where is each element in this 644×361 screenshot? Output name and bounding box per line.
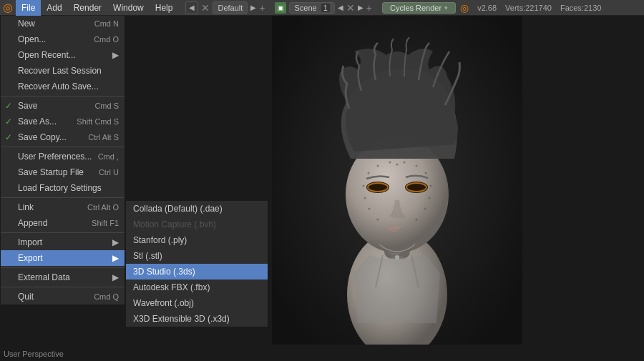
menu-recover-last[interactable]: Recover Last Session <box>1 63 125 79</box>
menu-user-prefs[interactable]: User Preferences... Cmd , <box>1 149 125 164</box>
separator-5 <box>1 267 125 268</box>
menu-link[interactable]: Link Ctrl Alt O <box>1 199 125 215</box>
svg-point-15 <box>396 164 399 166</box>
layout-name[interactable]: Default <box>213 1 248 14</box>
file-dropdown-menu: New Cmd N Open... Cmd O Open Recent... ▶… <box>0 16 125 305</box>
svg-point-21 <box>430 185 432 187</box>
character-model <box>272 16 522 345</box>
menu-save-startup[interactable]: Save Startup File Ctrl U <box>1 164 125 180</box>
svg-point-26 <box>377 219 379 221</box>
svg-point-19 <box>425 172 427 174</box>
svg-point-13 <box>377 165 379 167</box>
blender-logo-icon: ◎ <box>3 1 13 14</box>
menu-load-factory[interactable]: Load Factory Settings <box>1 180 125 196</box>
svg-point-16 <box>404 162 406 164</box>
svg-point-17 <box>416 165 418 167</box>
layout-plus-icon[interactable]: + <box>259 2 265 14</box>
menu-save[interactable]: ✓ Save Cmd S <box>1 98 125 114</box>
menu-recover-auto[interactable]: Recover Auto Save... <box>1 79 125 94</box>
separator-4 <box>1 232 125 233</box>
face-count: Faces:2130 <box>560 4 601 12</box>
svg-point-8 <box>371 184 384 190</box>
svg-point-18 <box>368 172 370 174</box>
arrow-right-icon-import: ▶ <box>112 237 119 247</box>
menu-window[interactable]: Window <box>107 0 150 16</box>
svg-point-23 <box>429 197 431 199</box>
separator-3 <box>1 197 125 198</box>
export-fbx[interactable]: Autodesk FBX (.fbx) <box>126 280 268 295</box>
menu-import[interactable]: Import ▶ <box>1 234 125 250</box>
scene-switcher-next[interactable]: ▶ <box>358 4 364 11</box>
scene-cross-icon[interactable]: ✕ <box>346 2 355 14</box>
svg-point-27 <box>416 219 418 221</box>
export-motion-capture: Motion Capture (.bvh) <box>126 217 268 232</box>
export-stl[interactable]: Stl (.stl) <box>126 248 268 264</box>
arrow-right-icon-extdata: ▶ <box>112 272 119 282</box>
vertex-count: Verts:221740 <box>505 4 552 12</box>
menubar: ◎ File Add Render Window Help ◀ ✕ Defaul… <box>0 0 644 16</box>
export-obj[interactable]: Wavefront (.obj) <box>126 295 268 311</box>
svg-point-12 <box>395 255 399 259</box>
check-icon-savecopy: ✓ <box>5 132 12 142</box>
layout-switcher-prev[interactable]: ◀ <box>185 1 198 14</box>
svg-point-14 <box>389 162 391 164</box>
svg-point-24 <box>369 208 371 210</box>
menu-render[interactable]: Render <box>68 0 107 16</box>
render-engine-selector[interactable]: Cycles Render ▾ <box>382 2 456 14</box>
export-collada[interactable]: Collada (Default) (.dae) <box>126 201 268 217</box>
arrow-right-icon: ▶ <box>112 50 119 60</box>
scene-selector[interactable]: Scene 1 <box>289 2 334 14</box>
layout-switcher-next[interactable]: ▶ <box>250 4 256 11</box>
arrow-right-icon-export: ▶ <box>112 253 119 263</box>
menu-append[interactable]: Append Shift F1 <box>1 215 125 231</box>
export-3ds[interactable]: 3D Studio (.3ds) <box>126 264 268 280</box>
svg-point-20 <box>363 185 365 187</box>
export-submenu: Collada (Default) (.dae) Motion Capture … <box>125 200 268 327</box>
svg-point-22 <box>364 197 366 199</box>
menu-help[interactable]: Help <box>150 0 179 16</box>
scene-plus-icon[interactable]: + <box>366 2 372 14</box>
separator-6 <box>1 287 125 287</box>
menu-export[interactable]: Export ▶ <box>1 250 125 266</box>
menu-open-recent[interactable]: Open Recent... ▶ <box>1 47 125 63</box>
layout-cross-icon[interactable]: ✕ <box>201 2 210 14</box>
scene-icon: ▣ <box>275 2 286 14</box>
menu-open[interactable]: Open... Cmd O <box>1 31 125 47</box>
svg-point-25 <box>424 208 426 210</box>
export-x3d[interactable]: X3D Extensible 3D (.x3d) <box>126 311 268 327</box>
separator-1 <box>1 96 125 97</box>
character-viewport <box>250 16 644 361</box>
separator-2 <box>1 147 125 147</box>
check-icon-saveas: ✓ <box>5 117 12 127</box>
blender-version: v2.68 <box>477 4 497 12</box>
viewport-info: User Perspective <box>4 350 64 358</box>
menu-save-as[interactable]: ✓ Save As... Shift Cmd S <box>1 114 125 129</box>
menu-quit[interactable]: Quit Cmd Q <box>1 289 125 305</box>
menu-save-copy[interactable]: ✓ Save Copy... Ctrl Alt S <box>1 129 125 145</box>
menu-add[interactable]: Add <box>41 0 67 16</box>
export-stanford[interactable]: Stanford (.ply) <box>126 232 268 248</box>
svg-point-9 <box>410 184 423 190</box>
scene-switcher-prev[interactable]: ◀ <box>338 4 343 11</box>
blender-logo-small: ◎ <box>460 2 469 14</box>
check-icon-save: ✓ <box>5 101 12 111</box>
menu-external-data[interactable]: External Data ▶ <box>1 269 125 285</box>
menu-file[interactable]: File <box>16 0 41 16</box>
menu-new[interactable]: New Cmd N <box>1 16 125 31</box>
